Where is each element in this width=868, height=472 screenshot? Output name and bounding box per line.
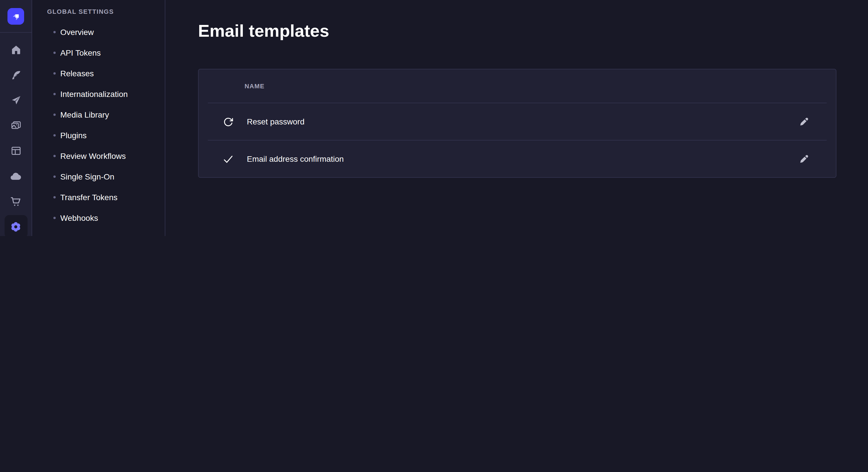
subnav-item-releases[interactable]: Releases bbox=[32, 63, 165, 84]
table-row-email-confirmation[interactable]: Email address confirmation bbox=[198, 140, 836, 177]
releases-icon[interactable] bbox=[4, 89, 27, 112]
subnav-section-global-settings: GLOBAL SETTINGS Overview API Tokens Rele… bbox=[32, 1, 165, 228]
bullet-icon bbox=[53, 93, 56, 95]
subnav-item-single-sign-on[interactable]: Single Sign-On bbox=[32, 166, 165, 187]
subnav-section-header: ADMINISTRATION PANEL bbox=[32, 233, 165, 236]
bullet-icon bbox=[53, 52, 56, 54]
rail-icon-list bbox=[4, 33, 27, 236]
email-templates-table: NAME Reset password bbox=[198, 69, 836, 178]
cloud-icon[interactable] bbox=[4, 165, 27, 188]
page-title: Email templates bbox=[166, 0, 868, 41]
subnav-section-administration-panel: ADMINISTRATION PANEL Audit Logs Roles Us… bbox=[32, 233, 165, 236]
settings-subnav: GLOBAL SETTINGS Overview API Tokens Rele… bbox=[32, 0, 165, 236]
edit-icon[interactable] bbox=[795, 150, 813, 168]
settings-icon[interactable] bbox=[4, 215, 27, 236]
strapi-logo-icon bbox=[7, 8, 24, 24]
refresh-icon bbox=[222, 115, 234, 128]
main-nav-rail: KD bbox=[0, 0, 32, 236]
subnav-item-plugins[interactable]: Plugins bbox=[32, 125, 165, 146]
marketplace-icon[interactable] bbox=[4, 190, 27, 213]
edit-icon[interactable] bbox=[795, 112, 813, 131]
subnav-item-api-tokens[interactable]: API Tokens bbox=[32, 42, 165, 63]
bullet-icon bbox=[53, 155, 56, 157]
table-row-reset-password[interactable]: Reset password bbox=[198, 103, 836, 140]
subnav-section-header: GLOBAL SETTINGS bbox=[32, 1, 165, 22]
subnav-item-transfer-tokens[interactable]: Transfer Tokens bbox=[32, 187, 165, 208]
subnav-item-media-library[interactable]: Media Library bbox=[32, 104, 165, 125]
main-content: Email templates NAME Reset password bbox=[166, 0, 868, 236]
bullet-icon bbox=[53, 134, 56, 136]
bullet-icon bbox=[53, 217, 56, 219]
subnav-item-overview[interactable]: Overview bbox=[32, 22, 165, 42]
subnav-item-review-workflows[interactable]: Review Workflows bbox=[32, 146, 165, 166]
bullet-icon bbox=[53, 72, 56, 74]
bullet-icon bbox=[53, 113, 56, 116]
content-type-builder-icon[interactable] bbox=[4, 139, 27, 162]
column-header-name: NAME bbox=[245, 82, 265, 90]
home-icon[interactable] bbox=[4, 38, 27, 61]
template-name: Reset password bbox=[247, 117, 305, 126]
bullet-icon bbox=[53, 31, 56, 33]
strapi-admin-window: KD GLOBAL SETTINGS Overview API Tokens R… bbox=[0, 0, 868, 236]
table-header-row: NAME bbox=[198, 69, 836, 103]
check-icon bbox=[222, 153, 234, 165]
template-name: Email address confirmation bbox=[247, 154, 344, 164]
subnav-item-webhooks[interactable]: Webhooks bbox=[32, 208, 165, 228]
workspace-logo-container[interactable] bbox=[0, 0, 32, 32]
content-manager-icon[interactable] bbox=[4, 64, 27, 87]
subnav-item-internationalization[interactable]: Internationalization bbox=[32, 84, 165, 104]
bullet-icon bbox=[53, 196, 56, 198]
media-library-icon[interactable] bbox=[4, 114, 27, 137]
bullet-icon bbox=[53, 175, 56, 178]
